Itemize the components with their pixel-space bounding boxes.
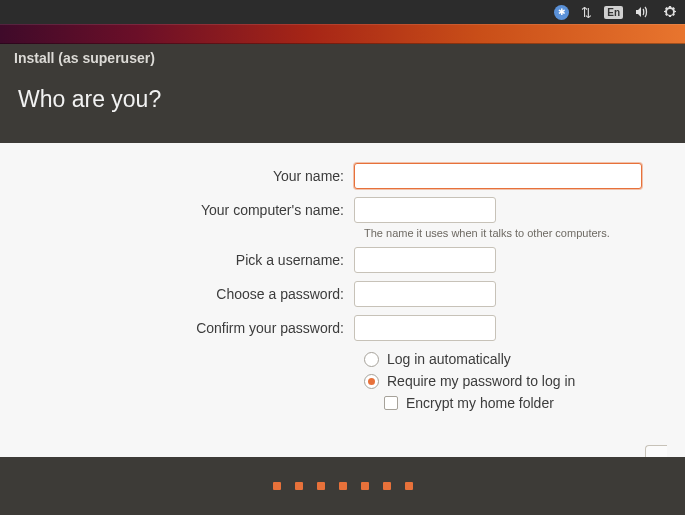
progress-dots-footer [0,457,685,515]
password-input[interactable] [354,281,496,307]
radio-icon [364,374,379,389]
page-title: Who are you? [18,86,667,113]
progress-dot [361,482,369,490]
form-area: Your name: Your computer's name: The nam… [0,143,685,493]
progress-dot [383,482,391,490]
accessibility-icon[interactable] [554,5,569,20]
network-icon[interactable]: ⇅ [581,5,592,20]
require-password-label: Require my password to log in [387,373,575,389]
encrypt-home-label: Encrypt my home folder [406,395,554,411]
settings-gear-icon[interactable] [663,5,677,19]
progress-dot [339,482,347,490]
progress-dot [273,482,281,490]
decorative-gradient-band [0,24,685,44]
progress-dot [295,482,303,490]
confirm-password-input[interactable] [354,315,496,341]
encrypt-home-checkbox[interactable]: Encrypt my home folder [384,395,667,411]
computer-name-input[interactable] [354,197,496,223]
name-input[interactable] [354,163,642,189]
computer-name-hint: The name it uses when it talks to other … [364,227,667,239]
progress-dot [317,482,325,490]
checkbox-icon [384,396,398,410]
auto-login-radio[interactable]: Log in automatically [364,351,667,367]
installer-header: Who are you? [0,72,685,143]
radio-icon [364,352,379,367]
progress-dot [405,482,413,490]
username-input[interactable] [354,247,496,273]
keyboard-language-icon[interactable]: En [604,6,623,19]
require-password-radio[interactable]: Require my password to log in [364,373,667,389]
password-label: Choose a password: [18,286,354,302]
window-titlebar: Install (as superuser) [0,44,685,72]
volume-icon[interactable] [635,6,651,18]
confirm-password-label: Confirm your password: [18,320,354,336]
window-title: Install (as superuser) [14,50,155,66]
username-label: Pick a username: [18,252,354,268]
auto-login-label: Log in automatically [387,351,511,367]
name-label: Your name: [18,168,354,184]
system-top-panel: ⇅ En [0,0,685,24]
computer-name-label: Your computer's name: [18,202,354,218]
login-options-group: Log in automatically Require my password… [364,351,667,411]
